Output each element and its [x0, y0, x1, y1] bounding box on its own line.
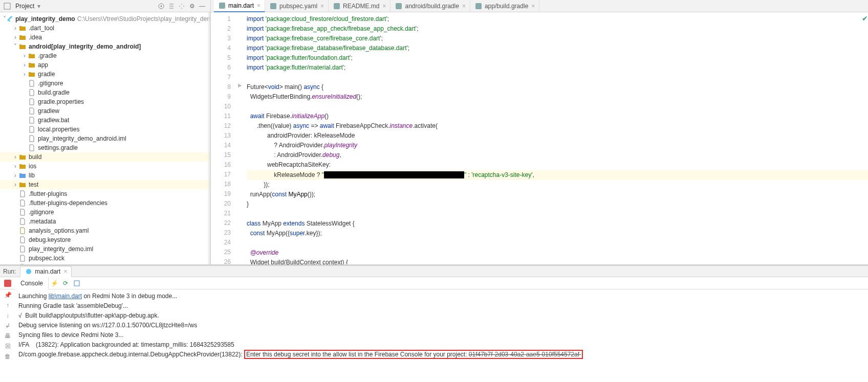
tree-row[interactable]: .gitignore — [0, 208, 210, 217]
gear-icon[interactable]: ⚙ — [187, 1, 197, 11]
tree-label: .gitignore — [29, 209, 54, 216]
editor[interactable]: 1234567891011121314151617181920212223242… — [211, 12, 868, 264]
svg-rect-4 — [270, 3, 276, 9]
tree-row[interactable]: .flutter-plugins — [0, 189, 210, 198]
tree-label: .gitignore — [38, 80, 63, 87]
svg-point-8 — [26, 269, 31, 274]
tree-row[interactable]: .metadata — [0, 217, 210, 226]
chevron-down-icon[interactable]: ▾ — [37, 3, 40, 10]
chevron-icon[interactable]: › — [12, 181, 18, 188]
tree-row[interactable]: debug.keystore — [0, 235, 210, 244]
chevron-icon[interactable]: › — [12, 25, 18, 32]
editor-tab[interactable]: README.md× — [329, 0, 390, 12]
svg-rect-5 — [334, 3, 340, 9]
tree-row[interactable]: ›gradle — [0, 70, 210, 79]
collapse-icon[interactable] — [166, 1, 177, 11]
close-icon[interactable]: × — [531, 3, 535, 10]
close-icon[interactable]: × — [63, 268, 67, 275]
project-title[interactable]: Project — [15, 3, 34, 10]
settings-icon[interactable] — [177, 1, 187, 11]
tree-label: gradlew.bat — [38, 117, 69, 124]
chevron-icon[interactable]: › — [12, 34, 18, 41]
tab-label: README.md — [343, 3, 379, 10]
chevron-icon[interactable]: › — [12, 163, 18, 170]
print-icon[interactable]: 🖶 — [5, 332, 11, 340]
chevron-icon[interactable]: › — [21, 71, 28, 78]
tree-label: debug.keystore — [29, 236, 71, 243]
lightning-icon[interactable]: ⚡ — [49, 280, 60, 287]
tree-row[interactable]: ˅android [play_integrity_demo_android] — [0, 42, 210, 51]
project-tree[interactable]: ˅ play_integrity_demo C:\Users\Vtree\Stu… — [0, 12, 210, 264]
tree-row[interactable]: play_integrity_demo_android.iml — [0, 134, 210, 143]
file-icon — [18, 236, 27, 244]
svg-rect-9 — [74, 281, 79, 286]
run-tab[interactable]: main.dart × — [20, 266, 72, 277]
code-area[interactable]: import 'package:cloud_firestore/cloud_fi… — [245, 12, 868, 264]
project-icon — [3, 2, 11, 10]
file-icon — [28, 88, 36, 97]
tree-root[interactable]: ˅ play_integrity_demo C:\Users\Vtree\Stu… — [0, 14, 210, 24]
tree-row[interactable]: pubspec.lock — [0, 254, 210, 263]
pin-icon[interactable]: 📌 — [4, 291, 12, 299]
chevron-icon[interactable]: › — [21, 52, 28, 59]
tree-label: play_integrity_demo_android.iml — [38, 135, 126, 142]
tree-row[interactable]: gradlew.bat — [0, 116, 210, 125]
console-toolbar: Console ⚡ ⟳ — [0, 277, 868, 289]
stop-button[interactable] — [4, 280, 11, 287]
console-tab[interactable]: Console — [15, 277, 49, 289]
tree-label: gradlew — [38, 107, 59, 115]
tree-row[interactable]: pubspec.yaml — [0, 263, 210, 264]
tree-row[interactable]: local.properties — [0, 125, 210, 134]
tree-row[interactable]: gradlew — [0, 106, 210, 116]
devtools-icon[interactable] — [71, 280, 82, 287]
folder-icon — [28, 52, 36, 60]
tree-row[interactable]: ›app — [0, 60, 210, 70]
chevron-icon[interactable]: ˅ — [12, 43, 18, 50]
file-icon — [28, 116, 36, 124]
restart-icon[interactable]: ⟳ — [60, 280, 71, 287]
tree-row[interactable]: ›test — [0, 180, 210, 189]
tree-row[interactable]: ›.dart_tool — [0, 24, 210, 33]
scope-icon[interactable] — [156, 1, 166, 11]
close-icon[interactable]: × — [320, 3, 324, 10]
svg-point-2 — [161, 5, 162, 7]
console-output[interactable]: Launching lib\main.dart on Redmi Note 3 … — [15, 289, 868, 382]
tree-row[interactable]: ›lib — [0, 171, 210, 180]
file-icon — [28, 144, 36, 152]
editor-tab[interactable]: main.dart× — [214, 0, 265, 12]
chevron-icon[interactable]: › — [12, 172, 18, 179]
tree-label: .gradle — [38, 52, 57, 59]
down-icon[interactable]: ↓ — [6, 312, 9, 319]
tree-row[interactable]: play_integrity_demo.iml — [0, 244, 210, 254]
tree-row[interactable]: ›build — [0, 152, 210, 162]
chevron-icon[interactable]: › — [21, 61, 28, 69]
tree-row[interactable]: analysis_options.yaml — [0, 226, 210, 235]
tree-row[interactable]: build.gradle — [0, 88, 210, 97]
tree-row[interactable]: gradle.properties — [0, 97, 210, 106]
wrap-icon[interactable]: ↲ — [5, 322, 10, 329]
close-icon[interactable]: × — [257, 2, 261, 9]
chevron-icon[interactable]: › — [12, 153, 18, 161]
tree-row[interactable]: ›.gradle — [0, 51, 210, 60]
editor-tab[interactable]: android/build.gradle× — [390, 0, 470, 12]
tree-row[interactable]: .flutter-plugins-dependencies — [0, 198, 210, 208]
trash-icon[interactable]: 🗑 — [5, 353, 11, 360]
close-icon[interactable]: × — [382, 3, 386, 10]
tree-row[interactable]: settings.gradle — [0, 143, 210, 152]
scrollbar[interactable] — [207, 12, 210, 264]
editor-tab[interactable]: pubspec.yaml× — [265, 0, 329, 12]
folder-icon — [18, 24, 27, 32]
hide-icon[interactable]: — — [197, 1, 207, 11]
editor-tab[interactable]: app/build.gradle× — [470, 0, 539, 12]
editor-panel: main.dart×pubspec.yaml×README.md×android… — [211, 0, 868, 264]
tree-label: play_integrity_demo.iml — [29, 245, 93, 253]
tree-row[interactable]: .gitignore — [0, 79, 210, 88]
clear-icon[interactable]: ☒ — [5, 343, 11, 350]
tree-row[interactable]: ›ios — [0, 162, 210, 171]
fold-column[interactable]: ▶ — [235, 12, 245, 264]
file-icon — [218, 2, 226, 10]
close-icon[interactable]: × — [462, 3, 466, 10]
tree-row[interactable]: ›.idea — [0, 33, 210, 42]
file-icon — [18, 199, 27, 207]
up-icon[interactable]: ↑ — [6, 302, 9, 309]
